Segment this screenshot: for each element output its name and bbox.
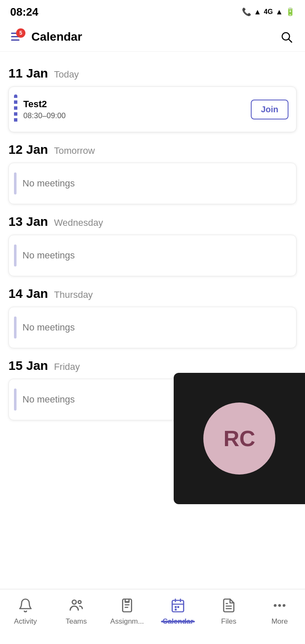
no-meetings-card-14jan: No meetings: [8, 307, 297, 348]
svg-point-2: [72, 600, 77, 604]
date-header-14jan: 14 Jan Thursday: [8, 286, 297, 301]
avatar: RC: [203, 402, 275, 475]
meeting-title: Test2: [23, 99, 245, 110]
date-label: Today: [54, 69, 79, 80]
svg-rect-4: [123, 599, 132, 612]
date-number: 14 Jan: [8, 286, 48, 301]
no-meetings-text: No meetings: [22, 322, 75, 333]
no-meetings-stripe: [14, 389, 17, 411]
status-bar: 08:24 📞 ▲ 4G ▲ 🔋: [0, 0, 305, 22]
files-icon: [219, 596, 238, 615]
date-section-today: 11 Jan Today Test2 08:30–09:00 Join: [8, 66, 297, 132]
assignments-icon: [118, 596, 136, 615]
svg-rect-11: [175, 609, 177, 611]
date-section-12jan: 12 Jan Tomorrow No meetings: [8, 142, 297, 204]
no-meetings-card-13jan: No meetings: [8, 235, 297, 276]
signal-icon: ▲: [275, 8, 283, 17]
wifi-icon: ▲: [254, 8, 261, 17]
svg-point-3: [78, 601, 81, 604]
status-time: 08:24: [10, 6, 39, 19]
date-label: Thursday: [54, 289, 93, 300]
no-meetings-text: No meetings: [22, 250, 75, 261]
nav-label-more: More: [272, 617, 288, 626]
date-section-14jan: 14 Jan Thursday No meetings: [8, 286, 297, 348]
search-icon: [280, 31, 293, 43]
nav-active-indicator: [161, 621, 195, 622]
date-number: 12 Jan: [8, 142, 48, 157]
bottom-nav: Activity Teams Assignm...: [0, 589, 305, 644]
battery-icon: 🔋: [286, 7, 295, 17]
teams-icon: [67, 596, 86, 615]
nav-item-more[interactable]: More: [254, 594, 305, 626]
nav-item-assignments[interactable]: Assignm...: [102, 594, 152, 626]
date-number: 13 Jan: [8, 214, 48, 229]
nav-label-activity: Activity: [14, 617, 37, 626]
nav-item-calendar[interactable]: Calendar: [152, 594, 203, 626]
date-header-today: 11 Jan Today: [8, 66, 297, 80]
nav-item-activity[interactable]: Activity: [0, 594, 51, 626]
date-number: 15 Jan: [8, 358, 48, 373]
notification-badge: 5: [16, 28, 25, 38]
nav-label-teams: Teams: [66, 617, 87, 626]
no-meetings-stripe: [14, 172, 17, 194]
activity-icon: [16, 596, 35, 615]
page-title: Calendar: [31, 30, 276, 44]
svg-point-15: [274, 605, 276, 606]
date-section-13jan: 13 Jan Wednesday No meetings: [8, 214, 297, 276]
phone-icon: 📞: [242, 7, 251, 17]
meeting-stripe: [14, 94, 17, 124]
nav-item-teams[interactable]: Teams: [51, 594, 102, 626]
meeting-time: 08:30–09:00: [23, 111, 245, 120]
date-label: Tomorrow: [54, 145, 95, 156]
no-meetings-text: No meetings: [22, 394, 75, 405]
calendar-icon: [169, 596, 187, 615]
date-label: Wednesday: [54, 217, 103, 228]
profile-initials: RC: [223, 426, 255, 451]
date-label: Friday: [54, 361, 80, 372]
no-meetings-card-12jan: No meetings: [8, 163, 297, 204]
app-header: 5 Calendar: [0, 22, 305, 52]
svg-point-17: [283, 605, 285, 606]
date-header-15jan: 15 Jan Friday: [8, 358, 297, 373]
svg-rect-10: [177, 606, 180, 608]
svg-point-16: [279, 605, 280, 606]
date-number: 11 Jan: [8, 66, 48, 80]
date-header-13jan: 13 Jan Wednesday: [8, 214, 297, 229]
4g-icon: 4G: [264, 8, 273, 16]
nav-label-assignments: Assignm...: [110, 617, 144, 626]
svg-rect-9: [175, 606, 177, 608]
svg-line-1: [289, 39, 292, 42]
meeting-card-test2[interactable]: Test2 08:30–09:00 Join: [8, 86, 297, 132]
join-button[interactable]: Join: [251, 100, 288, 119]
no-meetings-stripe: [14, 316, 17, 339]
status-icons: 📞 ▲ 4G ▲ 🔋: [242, 7, 295, 17]
search-button[interactable]: [276, 27, 297, 47]
nav-item-files[interactable]: Files: [203, 594, 254, 626]
no-meetings-text: No meetings: [22, 178, 75, 189]
profile-overlay[interactable]: RC: [174, 373, 305, 504]
menu-button[interactable]: 5: [7, 27, 27, 47]
nav-label-files: Files: [221, 617, 236, 626]
date-header-12jan: 12 Jan Tomorrow: [8, 142, 297, 157]
more-icon: [270, 596, 289, 615]
no-meetings-stripe: [14, 244, 17, 266]
meeting-info: Test2 08:30–09:00: [23, 99, 245, 120]
